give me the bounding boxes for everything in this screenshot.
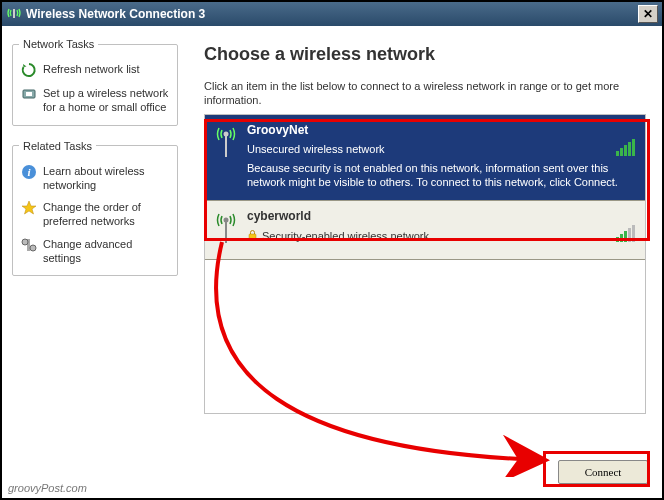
network-item-groovynet[interactable]: GroovyNet Unsecured wireless network Bec… xyxy=(205,115,645,201)
network-security: Unsecured wireless network xyxy=(247,143,635,155)
refresh-network-list[interactable]: Refresh network list xyxy=(19,58,171,82)
group-title: Network Tasks xyxy=(19,38,98,50)
svg-rect-12 xyxy=(249,234,256,240)
wireless-title-icon xyxy=(6,6,22,22)
network-body: cyberworld Security-enabled wireless net… xyxy=(247,209,635,249)
sidebar: Network Tasks Refresh network list Set u… xyxy=(2,26,188,498)
change-advanced-settings[interactable]: Change advanced settings xyxy=(19,233,171,270)
learn-wireless[interactable]: i Learn about wireless networking xyxy=(19,160,171,197)
info-icon: i xyxy=(21,164,37,180)
svg-point-7 xyxy=(30,245,36,251)
task-label: Change advanced settings xyxy=(43,237,169,266)
titlebar: Wireless Network Connection 3 ✕ xyxy=(2,2,662,26)
svg-point-6 xyxy=(22,239,28,245)
task-label: Set up a wireless network for a home or … xyxy=(43,86,169,115)
lock-icon xyxy=(247,229,258,243)
content: Network Tasks Refresh network list Set u… xyxy=(2,26,662,498)
setup-wireless-network[interactable]: Set up a wireless network for a home or … xyxy=(19,82,171,119)
network-tasks-group: Network Tasks Refresh network list Set u… xyxy=(12,38,178,126)
main-panel: Choose a wireless network Click an item … xyxy=(188,26,662,498)
task-label: Refresh network list xyxy=(43,62,140,76)
connect-button[interactable]: Connect xyxy=(558,460,648,484)
network-body: GroovyNet Unsecured wireless network Bec… xyxy=(247,123,635,191)
page-subtext: Click an item in the list below to conne… xyxy=(204,79,646,108)
setup-icon xyxy=(21,86,37,102)
star-icon xyxy=(21,200,37,216)
network-name: GroovyNet xyxy=(247,123,635,137)
window-title: Wireless Network Connection 3 xyxy=(26,7,638,21)
signal-strength-icon xyxy=(616,225,635,242)
network-security: Security-enabled wireless network xyxy=(247,229,635,243)
network-name: cyberworld xyxy=(247,209,635,223)
network-list: GroovyNet Unsecured wireless network Bec… xyxy=(204,114,646,414)
task-label: Learn about wireless networking xyxy=(43,164,169,193)
network-description: Because security is not enabled on this … xyxy=(247,161,635,191)
svg-rect-11 xyxy=(225,221,227,243)
group-title: Related Tasks xyxy=(19,140,96,152)
network-item-cyberworld[interactable]: cyberworld Security-enabled wireless net… xyxy=(205,200,645,260)
settings-icon xyxy=(21,237,37,253)
antenna-icon xyxy=(215,123,237,191)
svg-rect-2 xyxy=(26,92,32,96)
task-label: Change the order of preferred networks xyxy=(43,200,169,229)
change-preferred-order[interactable]: Change the order of preferred networks xyxy=(19,196,171,233)
page-title: Choose a wireless network xyxy=(204,44,646,65)
refresh-icon xyxy=(21,62,37,78)
svg-rect-9 xyxy=(225,135,227,157)
close-button[interactable]: ✕ xyxy=(638,5,658,23)
window: Wireless Network Connection 3 ✕ Network … xyxy=(0,0,664,500)
signal-strength-icon xyxy=(616,139,635,156)
related-tasks-group: Related Tasks i Learn about wireless net… xyxy=(12,140,178,277)
antenna-icon xyxy=(215,209,237,249)
svg-rect-0 xyxy=(13,9,15,18)
